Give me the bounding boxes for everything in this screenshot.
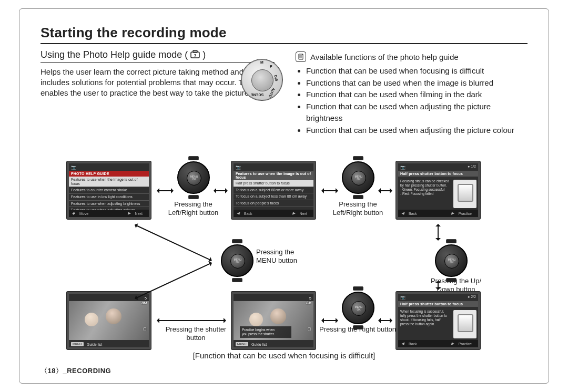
dial-label-scene: SCENE xyxy=(251,93,263,97)
lcd-screen-2: 📷 Features to use when the image is out … xyxy=(231,161,316,219)
arrow xyxy=(135,224,212,261)
lcd4-header: Half press shutter button to focus xyxy=(398,301,478,307)
arrow xyxy=(157,320,226,321)
camera-icon: 📷 xyxy=(236,165,241,170)
right-column: Available functions of the photo help gu… xyxy=(296,49,528,137)
arrow xyxy=(322,190,338,191)
function-item: Function that can be used when adjusting… xyxy=(306,125,528,137)
pad-center: MENU OK xyxy=(351,171,366,185)
osd-megapixel: 8M xyxy=(141,301,147,305)
pad-center: MENU OK xyxy=(351,301,366,316)
overlay-line1: Practice begins when xyxy=(242,328,289,332)
arrow xyxy=(157,190,173,191)
right-icon xyxy=(451,211,454,215)
subtitle-suffix: ) xyxy=(200,49,206,60)
function-item: Functions that can be used when the imag… xyxy=(306,77,528,89)
pad-center: MENU OK xyxy=(230,254,245,269)
lcd-screen-photo2: 5 8M ▢ Practice begins when you press th… xyxy=(231,292,316,349)
left-column: Using the Photo Help guide mode ( ? ) He… xyxy=(40,49,275,137)
left-icon xyxy=(401,211,404,215)
flow-diagram: 📷 PHOTO HELP GUIDE Features to use when … xyxy=(56,161,551,372)
photo-osd: 5 8M ▢ xyxy=(141,296,147,331)
lcd4-body: When focusing is successful, fully press… xyxy=(398,308,452,340)
dial-label-m: M xyxy=(260,60,263,64)
lcd4-bottom-left: Back xyxy=(405,342,420,346)
mode-dial: M P DIS AUTO SCENE xyxy=(241,59,283,101)
section-subtitle-row: Using the Photo Help guide mode ( ? ) xyxy=(40,49,275,63)
function-item: Function that can be used when adjusting… xyxy=(306,101,528,125)
lcd-screen-photo1: 5 8M ▢ MENU Guide list xyxy=(67,292,151,349)
label-right: Pressing the Right button xyxy=(318,325,397,334)
lcd3-header: Half press shutter button to focus xyxy=(398,171,478,177)
arrow xyxy=(135,262,212,298)
svg-text:?: ? xyxy=(194,53,197,58)
control-pad: MENU OK xyxy=(177,161,210,194)
footer-note: [Function that can be used when focusing… xyxy=(19,351,549,360)
photo-osd: 5 8M ▢ xyxy=(306,296,311,331)
page-indicator: ● 2/2 xyxy=(468,295,476,298)
functions-list: Function that can be used when focusing … xyxy=(296,65,528,136)
camera-icon: 📷 xyxy=(71,165,76,170)
lcd1-bottom-right: Next xyxy=(132,212,146,215)
left-icon xyxy=(237,211,239,215)
osd-megapixel: 8M xyxy=(306,301,311,305)
dial-label-dis: DIS xyxy=(273,75,279,81)
lcd4-illustration xyxy=(453,310,476,338)
updown-icon xyxy=(72,211,75,215)
control-pad: MENU OK xyxy=(342,292,374,324)
camera-icon: 📷 xyxy=(400,165,405,170)
arrow xyxy=(379,320,392,321)
right-icon xyxy=(292,211,295,215)
lcd1-row: Features to use when adjusting brightnes… xyxy=(69,201,149,208)
lcd2-row: Half press shutter button to focus xyxy=(234,180,313,187)
practice-overlay: Practice begins when you press the shutt… xyxy=(240,326,291,338)
lcd2-row: To focus on a subject less than 80 cm aw… xyxy=(234,193,313,200)
menu-button-label: MENU xyxy=(71,342,84,346)
osd-count: 5 xyxy=(141,296,147,301)
arrow xyxy=(214,190,227,191)
lcd1-row: Features to use in low light conditions xyxy=(69,194,149,201)
lcd3-bottom-right: Practice xyxy=(455,212,475,215)
manual-page: Starting the recording mode Using the Ph… xyxy=(19,8,549,384)
label-shutter: Pressing the shutter button xyxy=(155,325,237,343)
right-icon xyxy=(451,342,454,346)
lcd-screen-3: 📷● 1/2 Half press shutter button to focu… xyxy=(396,161,480,219)
pad-center: MENU OK xyxy=(444,254,459,269)
pad-center: MENU OK xyxy=(187,171,201,185)
label-lr2: Pressing the Left/Right button xyxy=(330,200,386,218)
label-lr1: Pressing the Left/Right button xyxy=(166,200,221,218)
two-column-layout: Using the Photo Help guide mode ( ? ) He… xyxy=(40,49,528,137)
functions-title: Available functions of the photo help gu… xyxy=(310,53,459,61)
lcd3-illustration xyxy=(453,180,476,208)
lcd2-bottom-right: Next xyxy=(297,212,310,215)
control-pad: MENU OK xyxy=(221,244,253,277)
lcd4-bottom-right: Practice xyxy=(455,342,475,346)
arrow xyxy=(379,190,392,191)
page-title: Starting the recording mode xyxy=(40,25,528,44)
section-subtitle: Using the Photo Help guide mode ( ? ) xyxy=(40,49,206,61)
photo-help-guide-icon: ? xyxy=(190,50,200,61)
lcd2-bottom-left: Back xyxy=(241,212,256,215)
intro-text: Helps the user learn the correct picture… xyxy=(40,67,275,99)
arrow xyxy=(438,224,439,240)
svg-rect-1 xyxy=(193,50,197,53)
label-updown: Pressing the Up/ Down button xyxy=(424,277,488,294)
lcd2-row: To focus on people's faces xyxy=(234,200,313,207)
left-icon xyxy=(401,342,404,346)
label-menu: Pressing the MENU button xyxy=(256,248,303,265)
lcd3-body: Focusing status can be checked by half p… xyxy=(398,178,452,210)
functions-header: Available functions of the photo help gu… xyxy=(296,51,528,62)
lcd2-header: Features to use when the image is out of… xyxy=(234,171,313,180)
control-pad: MENU OK xyxy=(342,161,374,194)
right-icon xyxy=(128,211,130,215)
menu-button-label: MENU xyxy=(236,342,248,346)
guide-list-label: Guide list xyxy=(251,343,267,346)
function-item: Function that can be used when focusing … xyxy=(306,65,528,77)
lcd1-row: Features to use when the image is out of… xyxy=(69,177,149,187)
arrow xyxy=(322,320,338,321)
page-indicator: ● 1/2 xyxy=(468,164,476,168)
lcd-screen-1: 📷 PHOTO HELP GUIDE Features to use when … xyxy=(67,161,151,219)
lcd1-bottom-left: Move xyxy=(76,212,92,215)
overlay-line2: you press the shutter. xyxy=(242,332,289,336)
lcd2-row: To focus on a subject 80cm or more away xyxy=(234,187,313,194)
